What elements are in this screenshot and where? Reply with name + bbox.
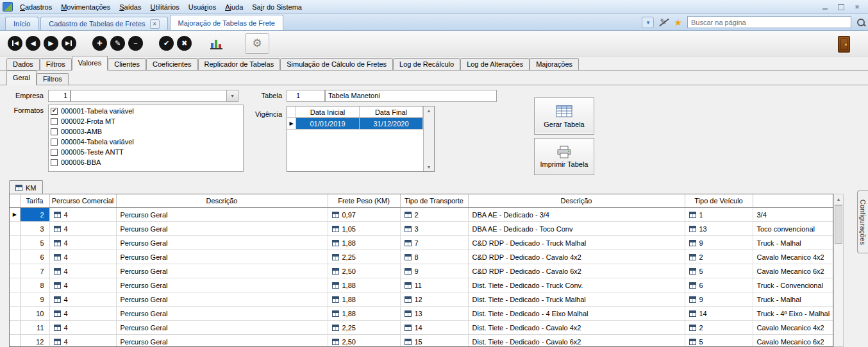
tab-majoracao-de-tabelas-de-frete[interactable]: Majoração de Tabelas de Frete <box>170 15 283 30</box>
cell-descricao[interactable]: DBA AE - Dedicado - Toco Conv <box>468 222 685 236</box>
table-row[interactable]: 124Percurso Geral2,5015Dist. Tiete - Ded… <box>10 335 833 347</box>
cell-tipo-de-transporte[interactable]: 7 <box>400 236 468 250</box>
cell-tipo-de-veiculo[interactable]: 14 <box>685 307 753 321</box>
cell-frete-peso-km[interactable]: 2,50 <box>328 335 400 347</box>
settings-button[interactable]: ⚙ <box>245 33 269 54</box>
tabela-name-field[interactable]: Tabela Manetoni <box>325 90 497 102</box>
menu-item-movimentacoes[interactable]: Movimentações <box>56 1 115 13</box>
page-tab-log-de-alteracoes[interactable]: Log de Alterações <box>460 58 530 70</box>
formato-item[interactable]: ✔000001-Tabela variável <box>49 106 243 116</box>
formatos-list[interactable]: ✔000001-Tabela variável000002-Frota MT00… <box>48 105 244 172</box>
menu-item-saidas[interactable]: Saídas <box>115 1 146 13</box>
page-tab-filtros[interactable]: Filtros <box>40 58 72 70</box>
cell-tarifa[interactable]: 7 <box>20 264 49 278</box>
chart-button[interactable] <box>208 35 226 52</box>
page-tab-log-de-recalculo[interactable]: Log de Recálculo <box>393 58 460 70</box>
cell-frete-peso-km[interactable]: 1,88 <box>328 236 400 250</box>
sub-tab-geral[interactable]: Geral <box>6 71 37 85</box>
cell-veiculo[interactable]: Truck - Malhal <box>753 236 833 250</box>
cell-percurso-comercial[interactable]: 4 <box>49 335 116 347</box>
tab-km[interactable]: KM <box>9 180 43 194</box>
cell-descricao[interactable]: C&D RDP - Dedicado - Truck Malhal <box>468 236 685 250</box>
checkbox-icon[interactable]: ✔ <box>51 108 58 115</box>
cell-descricao[interactable]: Percurso Geral <box>116 321 328 335</box>
cell-tarifa[interactable]: 8 <box>20 278 49 292</box>
cell-percurso-comercial[interactable]: 4 <box>49 278 116 292</box>
col-6-descricao[interactable]: Descrição <box>468 194 685 208</box>
cell-tarifa[interactable]: 9 <box>20 292 49 307</box>
cell-descricao[interactable]: C&D RDP - Dedicado - Cavalo 6x2 <box>468 264 685 278</box>
cell-tipo-de-veiculo[interactable]: 2 <box>685 321 753 335</box>
maximize-button[interactable] <box>835 2 847 12</box>
cell-frete-peso-km[interactable]: 2,25 <box>328 321 400 335</box>
last-button[interactable]: ▶ <box>62 36 76 51</box>
formato-item[interactable]: 000005-Teste ANTT <box>49 147 243 157</box>
page-tab-valores[interactable]: Valores <box>72 56 108 71</box>
checkbox-icon[interactable] <box>51 139 58 146</box>
edit-disabled-icon[interactable]: ✎ <box>659 17 669 27</box>
cell-frete-peso-km[interactable]: 2,25 <box>328 250 400 264</box>
menu-item-ajuda[interactable]: Ajuda <box>221 1 247 13</box>
cell-tipo-de-transporte[interactable]: 2 <box>400 208 468 222</box>
grid-scrollbar[interactable]: ▲ <box>833 194 844 347</box>
col-8-blank[interactable] <box>753 194 833 208</box>
cell-tipo-de-veiculo[interactable]: 2 <box>685 250 753 264</box>
page-tab-coeficientes[interactable]: Coeficientes <box>146 58 198 70</box>
cell-tarifa[interactable]: 11 <box>20 321 49 335</box>
page-tab-simulacao-de-calculo-de-fretes[interactable]: Simulação de Cálculo de Fretes <box>280 58 393 70</box>
vigencia-scrollbar[interactable]: ▲ ▼ <box>423 106 434 171</box>
checkbox-icon[interactable] <box>51 118 58 125</box>
cell-tarifa[interactable]: 3 <box>20 222 49 236</box>
cell-veiculo[interactable]: Cavalo Mecanico 6x2 <box>753 264 833 278</box>
page-tab-clientes[interactable]: Clientes <box>108 58 146 70</box>
next-button[interactable]: ▶ <box>44 36 58 51</box>
cell-tipo-de-transporte[interactable]: 3 <box>400 222 468 236</box>
cell-descricao[interactable]: Percurso Geral <box>116 250 328 264</box>
delete-button[interactable]: − <box>128 36 143 51</box>
cell-percurso-comercial[interactable]: 4 <box>49 264 116 278</box>
cell-percurso-comercial[interactable]: 4 <box>49 222 116 236</box>
table-row[interactable]: 114Percurso Geral2,2514Dist. Tiete - Ded… <box>10 321 833 335</box>
cell-descricao[interactable]: Dist. Tiete - Dedicado - Cavalo 4x2 <box>468 321 685 335</box>
cell-descricao[interactable]: C&D RDP - Dedicado - Cavalo 4x2 <box>468 250 685 264</box>
close-button[interactable]: ✖ <box>851 2 863 12</box>
cell-frete-peso-km[interactable]: 1,05 <box>328 222 400 236</box>
cell-descricao[interactable]: Percurso Geral <box>116 264 328 278</box>
cell-percurso-comercial[interactable]: 4 <box>49 250 116 264</box>
table-row[interactable]: 84Percurso Geral1,8811Dist. Tiete - Dedi… <box>10 278 833 292</box>
cell-descricao[interactable]: Dist. Tiete - Dedicado - Cavalo 6x2 <box>468 335 685 347</box>
page-tab-majoracoes[interactable]: Majorações <box>530 58 579 70</box>
empresa-combo[interactable]: ▾ <box>71 90 238 102</box>
search-icon[interactable] <box>856 18 865 27</box>
table-row[interactable]: ▶24Percurso Geral0,972DBA AE - Dedicado … <box>10 208 833 222</box>
cell-descricao[interactable]: DBA AE - Dedicado - 3/4 <box>468 208 685 222</box>
configuracoes-side-tab[interactable]: Configurações <box>857 190 868 253</box>
cell-descricao[interactable]: Percurso Geral <box>116 292 328 307</box>
cell-descricao[interactable]: Percurso Geral <box>116 278 328 292</box>
formato-item[interactable]: 000006-BBA <box>49 157 243 167</box>
cell-veiculo[interactable]: Truck - Malhal <box>753 292 833 307</box>
cell-tarifa[interactable]: 5 <box>20 236 49 250</box>
empresa-code-field[interactable]: 1 <box>48 90 71 102</box>
cell-descricao[interactable]: Percurso Geral <box>116 335 328 347</box>
cell-tipo-de-transporte[interactable]: 8 <box>400 250 468 264</box>
cell-descricao[interactable]: Dist. Tiete - Dedicado - Truck Conv. <box>468 278 685 292</box>
cell-descricao[interactable]: Percurso Geral <box>116 236 328 250</box>
tab-inicio[interactable]: Início <box>5 17 38 30</box>
prior-button[interactable]: ◀ <box>26 36 40 51</box>
cell-descricao[interactable]: Percurso Geral <box>116 307 328 321</box>
cell-tipo-de-veiculo[interactable]: 5 <box>685 264 753 278</box>
cell-tipo-de-veiculo[interactable]: 1 <box>685 208 753 222</box>
checkbox-icon[interactable] <box>51 128 58 135</box>
col-1-tarifa[interactable]: Tarifa <box>20 194 49 208</box>
cell-veiculo[interactable]: Cavalo Mecanico 4x2 <box>753 250 833 264</box>
page-tab-replicador-de-tabelas[interactable]: Replicador de Tabelas <box>198 58 281 70</box>
checkbox-icon[interactable] <box>51 159 58 166</box>
cell-tipo-de-veiculo[interactable]: 13 <box>685 222 753 236</box>
tabela-code-field[interactable]: 1 <box>287 90 325 102</box>
cell-tipo-de-transporte[interactable]: 15 <box>400 335 468 347</box>
minimize-button[interactable] <box>819 2 831 12</box>
page-tab-dados[interactable]: Dados <box>6 58 40 70</box>
cancel-button[interactable]: ✖ <box>177 36 192 51</box>
cell-frete-peso-km[interactable]: 0,97 <box>328 208 400 222</box>
